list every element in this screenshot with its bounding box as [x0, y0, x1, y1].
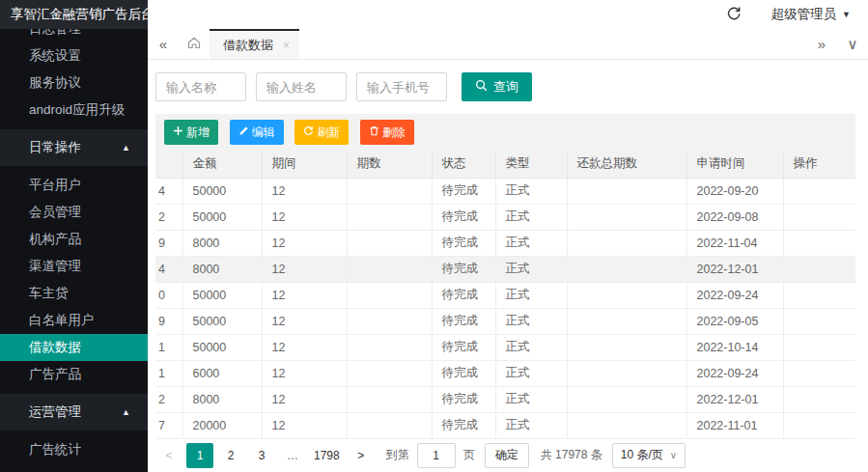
cell-period: 12: [262, 204, 347, 230]
table-row[interactable]: 4800012待完成正式2022-12-01: [155, 256, 855, 282]
sidebar-item-14[interactable]: 广告统计: [0, 436, 148, 463]
page-label: 页: [463, 447, 475, 463]
cell-apply_time: 2022-09-24: [686, 360, 783, 386]
dropdown-caret-icon: ▼: [842, 10, 851, 19]
tab-loan-data[interactable]: 借款数据 ×: [210, 29, 299, 59]
sidebar-item-6[interactable]: 会员管理: [0, 199, 148, 226]
cell-ops: [783, 334, 855, 360]
add-button[interactable]: 新增: [164, 120, 218, 145]
cell-type: 正式: [495, 360, 567, 386]
cell-amount: 50000: [182, 204, 262, 230]
table-row[interactable]: 9800012待完成正式2022-11-04: [155, 230, 855, 256]
cell-amount: 20000: [182, 412, 262, 438]
trash-icon: [369, 125, 382, 139]
cell-status: 待完成: [432, 178, 495, 204]
cell-type: 正式: [495, 334, 567, 360]
home-tab-button[interactable]: [179, 29, 210, 59]
pager-page-3[interactable]: 3: [248, 443, 275, 468]
sidebar-item-7[interactable]: 机构产品: [0, 226, 148, 253]
sidebar-section-4[interactable]: 日常操作▲: [0, 129, 148, 166]
sidebar-item-10[interactable]: 白名单用户: [0, 307, 148, 334]
sidebar-item-2[interactable]: 服务协议: [0, 69, 148, 97]
pager-page-1798[interactable]: 1798: [310, 443, 344, 468]
cell-total: [567, 308, 686, 334]
cell-id_digit: 4: [155, 178, 182, 204]
sidebar-item-11[interactable]: 借款数据: [0, 334, 148, 361]
cell-period: 12: [262, 282, 347, 308]
sidebar-item-label: 广告产品: [29, 367, 81, 381]
close-icon[interactable]: ×: [283, 39, 290, 52]
person-name-input[interactable]: [256, 72, 347, 101]
sidebar-item-8[interactable]: 渠道管理: [0, 253, 148, 280]
table-row[interactable]: 2800012待完成正式2022-12-01: [155, 386, 855, 412]
sidebar-item-label: 车主贷: [29, 286, 69, 300]
cell-apply_time: 2022-10-14: [686, 334, 783, 360]
name-input[interactable]: [155, 72, 246, 101]
tab-spacer: [299, 29, 806, 59]
plus-icon: [173, 125, 186, 139]
sidebar-item-5[interactable]: 平台用户: [0, 172, 148, 199]
pager-next-button[interactable]: >: [348, 443, 375, 468]
query-button[interactable]: 查询: [462, 72, 532, 101]
search-icon: [475, 79, 493, 95]
user-menu[interactable]: 超级管理员 ▼: [771, 6, 851, 23]
sidebar-item-label: android应用升级: [29, 102, 125, 117]
cell-id_digit: 2: [155, 386, 182, 412]
page-size-select[interactable]: 10 条/页 ∨: [612, 443, 686, 468]
tab-options-button[interactable]: ∨: [837, 29, 868, 59]
col-status: 状态: [432, 151, 495, 178]
table-row[interactable]: 15000012待完成正式2022-10-14: [155, 334, 855, 360]
sidebar-item-label: 运营管理: [29, 404, 81, 419]
tab-scroll-right-button[interactable]: »: [806, 29, 837, 59]
table-row[interactable]: 72000012待完成正式2022-11-01: [155, 412, 855, 438]
table-header-row: 金额 期间 期数 状态 类型 还款总期数 申请时间 操作: [155, 151, 855, 178]
content: 查询 新增 编辑 刷新: [148, 60, 868, 468]
sidebar-item-label: 服务协议: [29, 75, 81, 90]
refresh-table-button[interactable]: 刷新: [294, 120, 349, 145]
cell-status: 待完成: [432, 412, 495, 438]
cell-ops: [783, 230, 855, 256]
sidebar-item-label: 渠道管理: [29, 259, 81, 273]
cell-total: [567, 360, 686, 386]
double-chevron-right-icon: »: [818, 36, 826, 52]
cell-period: 12: [262, 256, 347, 282]
refresh-page-button[interactable]: [721, 2, 746, 27]
sidebar-item-label: 系统设置: [29, 48, 81, 63]
collapse-sidebar-button[interactable]: «: [148, 29, 179, 59]
pager-page-1[interactable]: 1: [186, 443, 213, 468]
col-amount: 金额: [182, 151, 262, 178]
cell-periods: [347, 360, 432, 386]
sidebar-item-9[interactable]: 车主贷: [0, 280, 148, 307]
cell-ops: [783, 386, 855, 412]
main-area: 超级管理员 ▼ « 借款数据 × » ∨: [148, 0, 868, 472]
confirm-button[interactable]: 确定: [485, 443, 529, 468]
cell-status: 待完成: [432, 282, 495, 308]
table-row[interactable]: 1600012待完成正式2022-09-24: [155, 360, 855, 386]
cell-amount: 8000: [182, 230, 262, 256]
table-row[interactable]: 95000012待完成正式2022-09-05: [155, 308, 855, 334]
cell-status: 待完成: [432, 308, 495, 334]
cell-ops: [783, 412, 855, 438]
sidebar-item-label: 平台用户: [29, 178, 81, 192]
table-row[interactable]: 25000012待完成正式2022-09-08: [155, 204, 855, 230]
cell-apply_time: 2022-12-01: [686, 386, 783, 412]
edit-button[interactable]: 编辑: [230, 120, 284, 145]
cell-ops: [783, 360, 855, 386]
pager-prev-button[interactable]: <: [155, 443, 182, 468]
table-row[interactable]: 45000012待完成正式2022-09-20: [155, 178, 855, 204]
phone-input[interactable]: [356, 72, 447, 101]
sidebar-section-13[interactable]: 运营管理▲: [0, 394, 148, 430]
sidebar-item-1[interactable]: 系统设置: [0, 42, 148, 69]
cell-total: [567, 386, 686, 412]
sidebar-item-3[interactable]: android应用升级: [0, 97, 148, 124]
delete-button[interactable]: 删除: [360, 120, 414, 145]
goto-page-input[interactable]: [417, 443, 456, 468]
cell-total: [567, 282, 686, 308]
table-row[interactable]: 05000012待完成正式2022-09-24: [155, 282, 855, 308]
cell-total: [567, 230, 686, 256]
pager-page-2[interactable]: 2: [217, 443, 244, 468]
data-panel: 新增 编辑 刷新 删除: [155, 114, 855, 468]
sidebar-item-label: 白名单用户: [29, 313, 95, 327]
delete-button-label: 删除: [382, 125, 406, 141]
sidebar-item-12[interactable]: 广告产品: [0, 361, 148, 388]
